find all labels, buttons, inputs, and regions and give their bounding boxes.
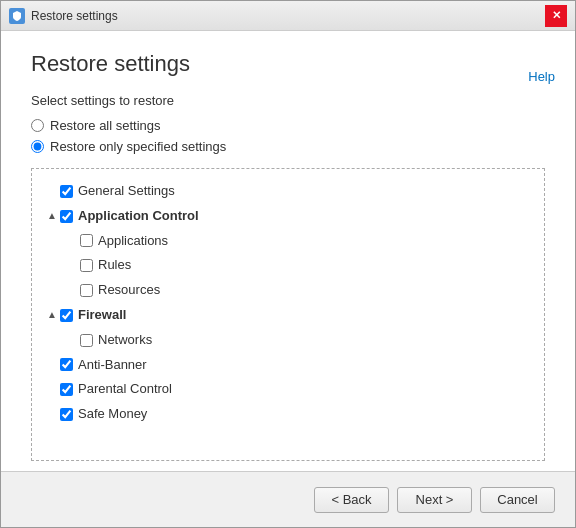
checkbox-anti-banner-input[interactable] (60, 358, 73, 371)
expand-firewall-icon[interactable]: ▲ (46, 309, 58, 321)
label-applications: Applications (98, 231, 168, 252)
checkbox-networks-input[interactable] (80, 334, 93, 347)
tree-item-networks: Networks (46, 328, 530, 353)
checkbox-applications: Applications (80, 231, 168, 252)
tree-item-resources: Resources (46, 278, 530, 303)
tree-item-applications: Applications (46, 229, 530, 254)
radio-restore-specified-input[interactable] (31, 140, 44, 153)
checkbox-app-control: Application Control (60, 206, 199, 227)
expand-placeholder (46, 185, 58, 197)
expand-placeholder-6 (46, 359, 58, 371)
expand-placeholder-4 (66, 285, 78, 297)
checkbox-parental-control: Parental Control (60, 379, 172, 400)
settings-box: General Settings ▲ Application Control (31, 168, 545, 461)
checkbox-networks: Networks (80, 330, 152, 351)
checkbox-rules-input[interactable] (80, 259, 93, 272)
tree-item-app-control: ▲ Application Control (46, 204, 530, 229)
next-button[interactable]: Next > (397, 487, 472, 513)
title-bar: Restore settings ✕ (1, 1, 575, 31)
label-safe-money: Safe Money (78, 404, 147, 425)
expand-placeholder-8 (46, 409, 58, 421)
expand-placeholder-5 (66, 334, 78, 346)
checkbox-parental-control-input[interactable] (60, 383, 73, 396)
tree-item-safe-money: Safe Money (46, 402, 530, 427)
label-firewall: Firewall (78, 305, 126, 326)
expand-placeholder-3 (66, 260, 78, 272)
tree-item-anti-banner: Anti-Banner (46, 353, 530, 378)
window: Restore settings ✕ Help Restore settings… (0, 0, 576, 528)
tree-item-firewall: ▲ Firewall (46, 303, 530, 328)
expand-placeholder-2 (66, 235, 78, 247)
checkbox-general: General Settings (60, 181, 175, 202)
checkbox-safe-money-input[interactable] (60, 408, 73, 421)
label-anti-banner: Anti-Banner (78, 355, 147, 376)
label-app-control: Application Control (78, 206, 199, 227)
tree-item-parental-control: Parental Control (46, 377, 530, 402)
cancel-button[interactable]: Cancel (480, 487, 555, 513)
label-parental-control: Parental Control (78, 379, 172, 400)
expand-placeholder-7 (46, 384, 58, 396)
label-resources: Resources (98, 280, 160, 301)
tree-item-rules: Rules (46, 253, 530, 278)
page-title: Restore settings (31, 51, 545, 77)
checkbox-safe-money: Safe Money (60, 404, 147, 425)
checkbox-resources-input[interactable] (80, 284, 93, 297)
checkbox-firewall-input[interactable] (60, 309, 73, 322)
window-title: Restore settings (31, 9, 118, 23)
checkbox-app-control-input[interactable] (60, 210, 73, 223)
checkbox-anti-banner: Anti-Banner (60, 355, 147, 376)
radio-restore-all-label: Restore all settings (50, 118, 161, 133)
radio-restore-all-input[interactable] (31, 119, 44, 132)
help-link[interactable]: Help (528, 69, 555, 84)
label-networks: Networks (98, 330, 152, 351)
title-bar-left: Restore settings (9, 8, 118, 24)
checkbox-general-input[interactable] (60, 185, 73, 198)
radio-group: Restore all settings Restore only specif… (31, 118, 545, 154)
label-general: General Settings (78, 181, 175, 202)
content-area: Restore settings Select settings to rest… (1, 31, 575, 471)
footer: < Back Next > Cancel (1, 471, 575, 527)
checkbox-firewall: Firewall (60, 305, 126, 326)
section-label: Select settings to restore (31, 93, 545, 108)
checkbox-applications-input[interactable] (80, 234, 93, 247)
expand-app-control-icon[interactable]: ▲ (46, 210, 58, 222)
tree-item-general: General Settings (46, 179, 530, 204)
app-icon (9, 8, 25, 24)
close-button[interactable]: ✕ (545, 5, 567, 27)
radio-restore-all[interactable]: Restore all settings (31, 118, 545, 133)
label-rules: Rules (98, 255, 131, 276)
checkbox-resources: Resources (80, 280, 160, 301)
checkbox-rules: Rules (80, 255, 131, 276)
back-button[interactable]: < Back (314, 487, 389, 513)
radio-restore-specified[interactable]: Restore only specified settings (31, 139, 545, 154)
radio-restore-specified-label: Restore only specified settings (50, 139, 226, 154)
